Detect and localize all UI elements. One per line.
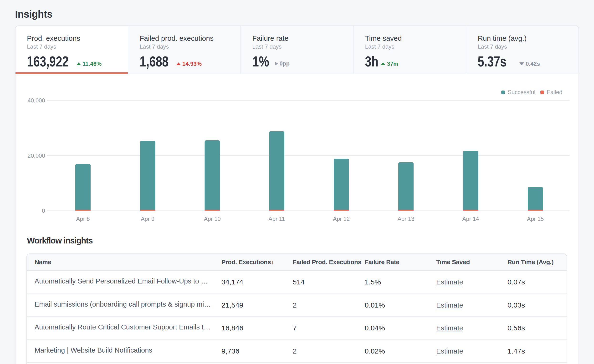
svg-text:Apr 12: Apr 12 bbox=[333, 216, 350, 222]
svg-text:Successful: Successful bbox=[508, 89, 535, 95]
svg-text:Failed: Failed bbox=[547, 89, 562, 95]
svg-text:Apr 15: Apr 15 bbox=[527, 216, 544, 222]
svg-text:Apr 14: Apr 14 bbox=[462, 216, 479, 222]
svg-text:Apr 11: Apr 11 bbox=[269, 216, 285, 222]
svg-text:Apr 9: Apr 9 bbox=[141, 216, 155, 222]
svg-text:Apr 8: Apr 8 bbox=[76, 216, 90, 222]
svg-text:Apr 10: Apr 10 bbox=[204, 216, 221, 222]
svg-text:20,000: 20,000 bbox=[28, 152, 45, 159]
svg-text:Apr 13: Apr 13 bbox=[398, 216, 414, 222]
svg-text:0: 0 bbox=[42, 207, 45, 214]
svg-text:40,000: 40,000 bbox=[28, 97, 45, 104]
